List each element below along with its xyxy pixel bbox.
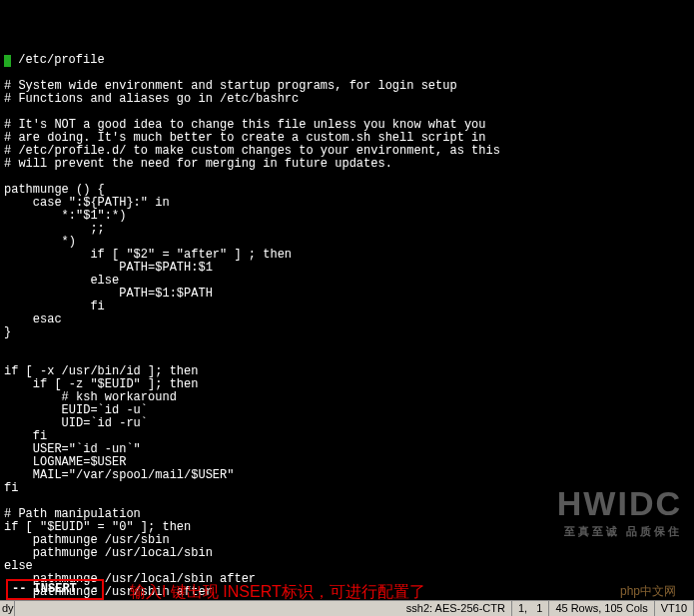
status-protocol: ssh2: AES-256-CTR [400, 601, 512, 616]
code-line[interactable] [4, 171, 690, 184]
code-line[interactable]: ;; [4, 223, 690, 236]
status-cursor-position: 1, 1 [512, 601, 549, 616]
watermark-logo: HWIDC 至真至诚 品质保住 [534, 484, 682, 551]
code-line[interactable]: # Functions and aliases go in /etc/bashr… [4, 93, 690, 106]
annotation-text: 输入I 键出现 INSERT标识，可进行配置了 [130, 585, 425, 598]
code-line[interactable]: # will prevent the need for merging in f… [4, 158, 690, 171]
code-line[interactable]: fi [4, 301, 690, 313]
watermark-sub: 至真至诚 品质保住 [534, 525, 682, 538]
vim-mode-indicator: -- INSERT -- [6, 579, 104, 600]
watermark-main: HWIDC [557, 484, 682, 522]
code-line[interactable]: esac [4, 313, 690, 326]
status-bar: dy ssh2: AES-256-CTR 1, 1 45 Rows, 105 C… [0, 600, 694, 616]
code-line[interactable]: /etc/profile [4, 54, 690, 67]
code-line[interactable]: UID=`id -ru` [4, 417, 690, 430]
status-ready: dy [0, 601, 15, 616]
code-line[interactable]: PATH=$1:$PATH [4, 288, 690, 301]
status-dimensions: 45 Rows, 105 Cols [549, 601, 654, 616]
code-line[interactable]: MAIL="/var/spool/mail/$USER" [4, 469, 690, 482]
watermark-secondary: php中文网 [620, 585, 676, 598]
cursor [4, 55, 11, 67]
code-line[interactable] [4, 339, 690, 352]
status-terminal-type: VT10 [655, 601, 694, 616]
code-line[interactable]: } [4, 326, 690, 339]
code-line[interactable]: *:"$1":*) [4, 210, 690, 223]
